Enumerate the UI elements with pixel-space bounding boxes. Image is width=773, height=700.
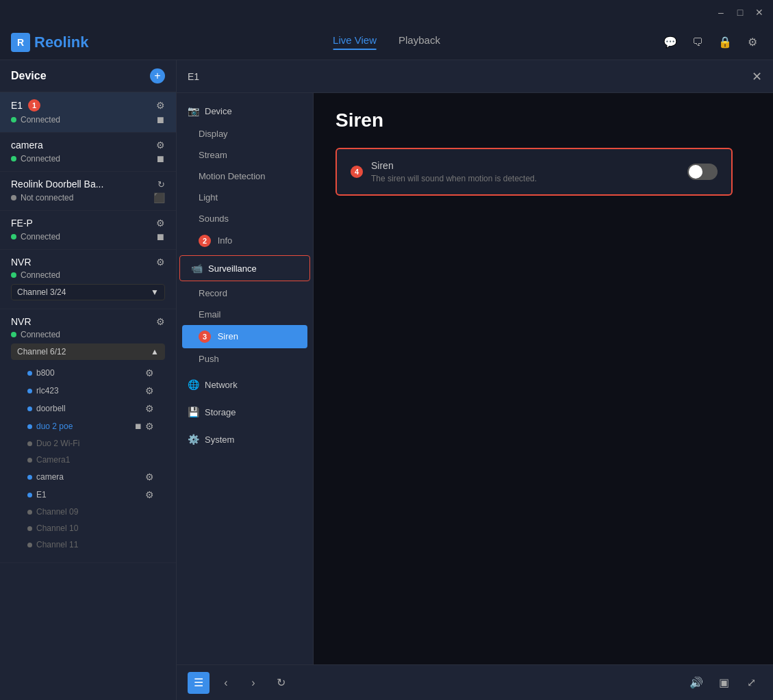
refresh-button[interactable]: ↻ xyxy=(270,672,292,694)
channel-list-nvr2: b800 ⚙ rlc423 ⚙ xyxy=(11,361,165,556)
logo-text: Reolink xyxy=(34,34,88,51)
channel-item-ch09[interactable]: Channel 09 xyxy=(11,504,165,520)
channel-item-camera-ch[interactable]: camera ⚙ xyxy=(11,468,165,486)
device-item-fe-p[interactable]: FE-P ⚙ Connected ⏹ xyxy=(0,211,176,250)
settings-sub-siren-label: Siren xyxy=(218,331,238,341)
logo-icon: R xyxy=(11,33,30,52)
settings-section-header-surveillance[interactable]: 📹 Surveillance xyxy=(179,255,310,281)
stream-icon-e1[interactable]: ⏹ xyxy=(155,114,165,125)
device-item-nvr1[interactable]: NVR ⚙ Connected Channel 3/24 ▼ xyxy=(0,250,176,309)
refresh-icon-doorbell[interactable]: ↻ xyxy=(157,179,165,190)
content-close-button[interactable]: ✕ xyxy=(752,69,762,84)
maximize-button[interactable]: □ xyxy=(732,4,748,21)
status-dot-fe-p xyxy=(11,234,16,239)
settings-section-network: 🌐 Network xyxy=(177,372,313,397)
settings-icon[interactable]: ⚙ xyxy=(743,33,762,52)
settings-section-surveillance: 📹 Surveillance Record Email 3 Siren Push xyxy=(177,255,313,370)
minimize-button[interactable]: – xyxy=(713,4,729,21)
status-label-nvr2: Connected xyxy=(21,330,60,339)
channel-name-camera-ch: camera xyxy=(36,472,64,482)
gear-icon-fe-p[interactable]: ⚙ xyxy=(156,218,165,229)
device-actions-doorbell: ↻ xyxy=(157,179,165,190)
channel-item-duo2poe[interactable]: duo 2 poe ⏹ ⚙ xyxy=(11,417,165,435)
settings-sub-push[interactable]: Push xyxy=(177,348,313,370)
device-actions-nvr2: ⚙ xyxy=(156,316,165,327)
settings-section-header-storage[interactable]: 💾 Storage xyxy=(177,400,313,424)
channel-item-b800[interactable]: b800 ⚙ xyxy=(11,364,165,382)
stream-icon-camera[interactable]: ⏹ xyxy=(155,153,165,164)
device-item-nvr2[interactable]: NVR ⚙ Connected Channel 6/12 ▲ xyxy=(0,309,176,563)
channel-item-camera1[interactable]: Camera1 xyxy=(11,452,165,468)
settings-sub-light[interactable]: Light xyxy=(177,187,313,208)
stream-icon-fe-p[interactable]: ⏹ xyxy=(155,231,165,242)
siren-card-description: The siren will sound when motion is dete… xyxy=(371,174,687,183)
channel-item-ch11[interactable]: Channel 11 xyxy=(11,536,165,553)
channel-name-ch11: Channel 11 xyxy=(36,540,78,549)
settings-sub-display[interactable]: Display xyxy=(177,123,313,144)
settings-sub-email[interactable]: Email xyxy=(177,304,313,325)
gear-icon-nvr1[interactable]: ⚙ xyxy=(156,257,165,268)
settings-section-label-system: System xyxy=(205,435,234,445)
channel-item-duo2wifi[interactable]: Duo 2 Wi-Fi xyxy=(11,435,165,452)
gear-icon-e1-ch[interactable]: ⚙ xyxy=(145,489,154,500)
layout-button[interactable]: ▣ xyxy=(713,672,735,694)
toggle-thumb xyxy=(689,165,702,179)
gear-icon-camera[interactable]: ⚙ xyxy=(156,140,165,151)
gear-icon-rlc423[interactable]: ⚙ xyxy=(145,385,154,396)
settings-sub-sounds[interactable]: Sounds xyxy=(177,208,313,229)
settings-sub-siren[interactable]: 3 Siren xyxy=(182,325,307,348)
system-icon: ⚙️ xyxy=(188,434,199,445)
status-label-nvr1: Connected xyxy=(21,270,60,280)
settings-sub-stream[interactable]: Stream xyxy=(177,144,313,166)
settings-section-label-network: Network xyxy=(205,380,238,390)
add-device-button[interactable]: + xyxy=(150,68,165,83)
lock-icon[interactable]: 🔒 xyxy=(715,33,735,52)
channel-item-e1-ch[interactable]: E1 ⚙ xyxy=(11,486,165,504)
fullscreen-button[interactable]: ⤢ xyxy=(740,672,762,694)
device-name-camera: camera xyxy=(11,140,43,151)
stream-icon-doorbell[interactable]: ⬛ xyxy=(153,192,165,203)
content-header: E1 ✕ xyxy=(177,60,773,93)
tab-playback[interactable]: Playback xyxy=(398,34,440,50)
device-item-camera[interactable]: camera ⚙ Connected ⏹ xyxy=(0,133,176,172)
settings-section-header-network[interactable]: 🌐 Network xyxy=(177,372,313,397)
toolbar-right: 🔊 ▣ ⤢ xyxy=(685,672,762,694)
stream-icon-duo2poe[interactable]: ⏹ xyxy=(134,422,142,431)
gear-icon-b800[interactable]: ⚙ xyxy=(145,367,154,378)
device-actions-nvr1: ⚙ xyxy=(156,257,165,268)
tab-live-view[interactable]: Live View xyxy=(333,34,377,50)
gear-icon-doorbell-ch[interactable]: ⚙ xyxy=(145,403,154,414)
channel-select-nvr2[interactable]: Channel 6/12 ▲ xyxy=(11,343,165,360)
siren-card: 4 Siren The siren will sound when motion… xyxy=(335,148,733,196)
settings-sub-motion-detection[interactable]: Motion Detection xyxy=(177,166,313,187)
message-icon[interactable]: 💬 xyxy=(661,33,680,52)
channel-item-ch10[interactable]: Channel 10 xyxy=(11,520,165,536)
settings-sub-info[interactable]: 2 Info xyxy=(177,229,313,252)
siren-toggle[interactable] xyxy=(687,164,718,180)
chat-icon[interactable]: 🗨 xyxy=(688,33,707,52)
prev-button[interactable]: ‹ xyxy=(215,672,237,694)
channel-item-doorbell-ch[interactable]: doorbell ⚙ xyxy=(11,400,165,417)
close-button[interactable]: ✕ xyxy=(751,4,768,21)
status-label-e1: Connected xyxy=(21,115,60,125)
settings-section-header-system[interactable]: ⚙️ System xyxy=(177,427,313,452)
volume-button[interactable]: 🔊 xyxy=(685,672,707,694)
device-item-doorbell[interactable]: Reolink Doorbell Ba... ↻ Not connected ⬛ xyxy=(0,172,176,211)
gear-icon-camera-ch[interactable]: ⚙ xyxy=(145,471,154,482)
settings-sub-record[interactable]: Record xyxy=(177,283,313,304)
next-button[interactable]: › xyxy=(242,672,264,694)
menu-button[interactable]: ☰ xyxy=(188,672,210,694)
channel-name-doorbell-ch: doorbell xyxy=(36,404,66,413)
settings-sub-info-label: Info xyxy=(218,235,233,246)
gear-icon-duo2poe[interactable]: ⚙ xyxy=(145,421,154,432)
settings-section-header-device[interactable]: 📷 Device xyxy=(177,99,313,123)
device-item-e1[interactable]: E1 1 ⚙ Connected ⏹ xyxy=(0,92,176,133)
settings-section-label-surveillance: Surveillance xyxy=(208,263,257,274)
panel-title: Siren xyxy=(335,109,751,131)
gear-icon-e1[interactable]: ⚙ xyxy=(156,100,165,111)
channel-name-camera1: Camera1 xyxy=(36,455,70,465)
gear-icon-nvr2[interactable]: ⚙ xyxy=(156,316,165,327)
device-name-nvr2: NVR xyxy=(11,316,31,327)
channel-item-rlc423[interactable]: rlc423 ⚙ xyxy=(11,382,165,400)
channel-select-nvr1[interactable]: Channel 3/24 ▼ xyxy=(11,284,165,300)
